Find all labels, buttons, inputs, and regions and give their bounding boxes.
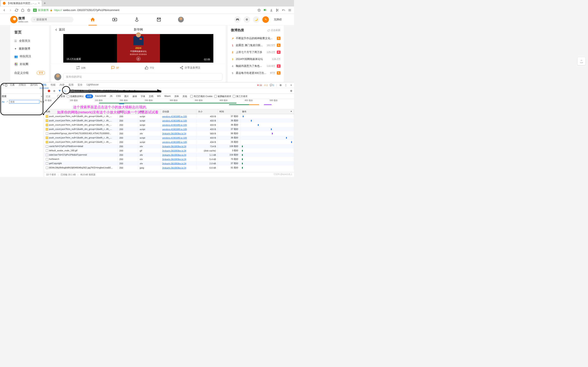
menu-icon[interactable] xyxy=(288,8,292,12)
blocked-cookie-checkbox[interactable]: 有已拦截的 Cookie xyxy=(190,95,213,98)
cell-initiator[interactable]: vendors.419018f0.js:109 xyxy=(160,123,196,127)
filter-chip[interactable]: Wasm xyxy=(163,94,172,98)
col-waterfall[interactable]: 瀑布 ▲ xyxy=(240,109,294,114)
sidebar-item[interactable]: ✦最新微博 xyxy=(10,45,49,53)
device-icon[interactable] xyxy=(4,83,8,87)
hide-data-checkbox[interactable]: 隐藏数据网址 xyxy=(67,95,84,98)
regex-toggle[interactable]: .* xyxy=(6,101,8,103)
reload-icon[interactable] xyxy=(15,8,18,12)
scissors-icon[interactable] xyxy=(276,8,279,12)
gear-icon[interactable]: ⚙ xyxy=(243,16,250,23)
col-initiator[interactable]: 启动器 xyxy=(160,109,196,114)
cell-initiator[interactable]: vendors.419018f0.js:109 xyxy=(160,140,196,144)
moon-icon[interactable]: 🌙 xyxy=(253,16,259,23)
clear-icon[interactable]: ⊘ xyxy=(53,89,56,92)
nav-avatar[interactable] xyxy=(178,17,184,22)
forward-button[interactable]: 106 xyxy=(76,66,86,69)
search-box[interactable] xyxy=(31,17,73,22)
hot-search-item[interactable]: 4鞠婧祎愿意为了角色...110.9万新 xyxy=(231,63,281,69)
like-button[interactable]: 772 xyxy=(145,66,154,69)
filter-icon[interactable] xyxy=(58,89,61,92)
network-row[interactable]: push_count.json?trim_null=1&with_dm_grou… xyxy=(44,140,294,144)
case-toggle[interactable]: Aa xyxy=(1,101,5,103)
inspect-icon[interactable] xyxy=(1,83,4,87)
devtools-tab[interactable]: 元素 xyxy=(8,82,17,88)
record-button[interactable] xyxy=(47,89,51,92)
network-row[interactable]: push_count.json?trim_null=1&with_dm_grou… xyxy=(44,136,294,140)
cell-initiator[interactable]: vendors.419018f0.js:109 xyxy=(160,114,196,119)
disable-cache-checkbox[interactable]: 停用缓存 xyxy=(88,89,101,92)
devtools-tab[interactable]: 性能 xyxy=(49,82,58,88)
compose-icon[interactable]: ✎ xyxy=(262,16,269,23)
col-type[interactable]: 类型 xyxy=(138,109,160,114)
url-box[interactable]: 证 新浪微博 🔒 https://weibo.com/2810373291/O7… xyxy=(33,8,255,12)
col-status[interactable]: 状态 xyxy=(118,109,138,114)
devtools-tab[interactable]: 应用 xyxy=(67,82,76,88)
sidebar-item[interactable]: 👫好友圈 xyxy=(10,60,49,68)
network-row[interactable]: push_count.json?trim_null=1&with_dm_grou… xyxy=(44,127,294,131)
third-party-checkbox[interactable]: 第三方请求 xyxy=(233,95,247,98)
col-time[interactable]: 时间 xyxy=(218,109,240,114)
close-icon[interactable]: × xyxy=(290,83,293,87)
network-row[interactable]: hotSearch 200 xhr 3rdparty.3b1083be.js:2… xyxy=(44,157,294,161)
weibo-logo[interactable]: 微博 weibo.com xyxy=(10,16,28,23)
hot-search-item[interactable]: 32024中国网络媒体论坛116.2万 xyxy=(231,56,281,63)
hot-search-item[interactable]: ↗不断提升作品的精神能量文化...热 xyxy=(231,35,281,42)
filter-chip[interactable]: JS xyxy=(108,94,114,98)
cell-initiator[interactable]: vendors.419018f0.js:109 xyxy=(160,118,196,123)
sidebar-item[interactable]: ☰全部关注 xyxy=(10,37,49,45)
cell-initiator[interactable]: 3rdparty.3b1083be.js:24 xyxy=(160,144,196,149)
gear-icon[interactable]: ⚙ xyxy=(279,83,282,87)
devtools-tab[interactable]: 控制台 xyxy=(17,82,28,88)
filter-chip[interactable]: 媒体 xyxy=(131,94,139,98)
wifi-icon[interactable] xyxy=(122,89,126,92)
network-row[interactable]: cards?id=O7pPo1Ptb&from=detail 200 xhr 3… xyxy=(44,144,294,149)
video-player[interactable]: 2024 中国网络媒体论坛 奋进新征程 担负新使命 @ 15.1万次观看 02:… xyxy=(63,34,213,63)
cell-initiator[interactable]: 3rdparty.3b1083be.js:24 xyxy=(160,161,196,166)
hot-search-item[interactable]: 5聂远每月给老婆300万生...97万热 xyxy=(231,69,281,76)
filter-chip[interactable]: 字体 xyxy=(139,94,147,98)
warning-badge[interactable]: ⚠ 1 xyxy=(264,84,268,86)
search-input[interactable] xyxy=(36,18,71,21)
network-row[interactable]: 0034c2ttly8h8vg8d8h2ij6046046q2t02.jpg?K… xyxy=(44,166,294,170)
network-row[interactable]: sideUser?id=O7pPo1Ptb&idType=mid 200 xhr… xyxy=(44,153,294,157)
nav-home-icon[interactable] xyxy=(90,17,95,22)
cell-initiator[interactable]: 3rdparty.3b1083be.js:24 xyxy=(160,153,196,157)
filter-chip[interactable]: 其他 xyxy=(181,94,189,98)
cell-initiator[interactable]: vendors.419018f0.js:109 xyxy=(160,136,196,140)
accessibility-link[interactable]: 无障碍 xyxy=(272,18,284,21)
nav-video-icon[interactable] xyxy=(112,17,118,22)
hot-search-item[interactable]: 1赵露思 澳门鬼迷日眼...162.5万热 xyxy=(231,42,281,49)
error-badge[interactable]: ⊗ 16 xyxy=(257,84,262,86)
hot-search-item[interactable]: 2上班七个月亏了两万多125.2万新 xyxy=(231,49,281,56)
cell-initiator[interactable]: 3rdparty.3b1083be.js:24 xyxy=(160,166,196,170)
forward-icon[interactable] xyxy=(9,8,12,12)
home-icon[interactable] xyxy=(21,8,25,12)
cell-initiator[interactable]: 3rdparty.3b1083be.js:24 xyxy=(160,149,196,153)
network-row[interactable]: default_avatar_male_180.gif 200 gif 3rdp… xyxy=(44,149,294,153)
cell-initiator[interactable]: 3rdparty.3b1083be.js:24 xyxy=(160,131,196,136)
network-row[interactable]: push_count.json?trim_null=1&with_dm_grou… xyxy=(44,123,294,127)
download-icon[interactable] xyxy=(269,8,273,12)
more-icon[interactable]: ⋮ xyxy=(284,83,287,87)
bookmark-icon[interactable] xyxy=(257,8,261,12)
back-button[interactable]: 返回 xyxy=(54,28,65,32)
network-row[interactable]: unreadHint?group_ids=4754175180931401,47… xyxy=(44,131,294,136)
new-tab-button[interactable]: + xyxy=(42,1,48,6)
blocked-req-checkbox[interactable]: 被屏蔽的请求 xyxy=(214,95,231,98)
close-icon[interactable]: × xyxy=(38,2,40,5)
throttling-dropdown[interactable]: 已停用节流模式 ▾ xyxy=(103,89,121,92)
game-icon[interactable]: 🎮 xyxy=(234,16,241,23)
refresh-icon[interactable]: ↻ xyxy=(40,100,42,103)
search-icon[interactable] xyxy=(63,89,67,92)
upload-icon[interactable]: ⬆ xyxy=(128,89,131,92)
cell-initiator[interactable]: 3rdparty.3b1083be.js:24 xyxy=(160,157,196,161)
nav-message-icon[interactable] xyxy=(156,17,162,22)
comment-input[interactable]: 发布你的评论 xyxy=(63,73,222,81)
star-icon[interactable] xyxy=(27,8,31,12)
info-badge[interactable]: 💬 1 xyxy=(270,84,274,86)
network-timeline[interactable]: 50 毫秒100 毫秒150 毫秒200 毫秒250 毫秒300 毫秒350 毫… xyxy=(44,99,294,109)
filter-chip[interactable]: 清单 xyxy=(173,94,181,98)
col-size[interactable]: 大小 xyxy=(196,109,218,114)
preserve-log-checkbox[interactable]: 保留日志 xyxy=(71,89,84,92)
